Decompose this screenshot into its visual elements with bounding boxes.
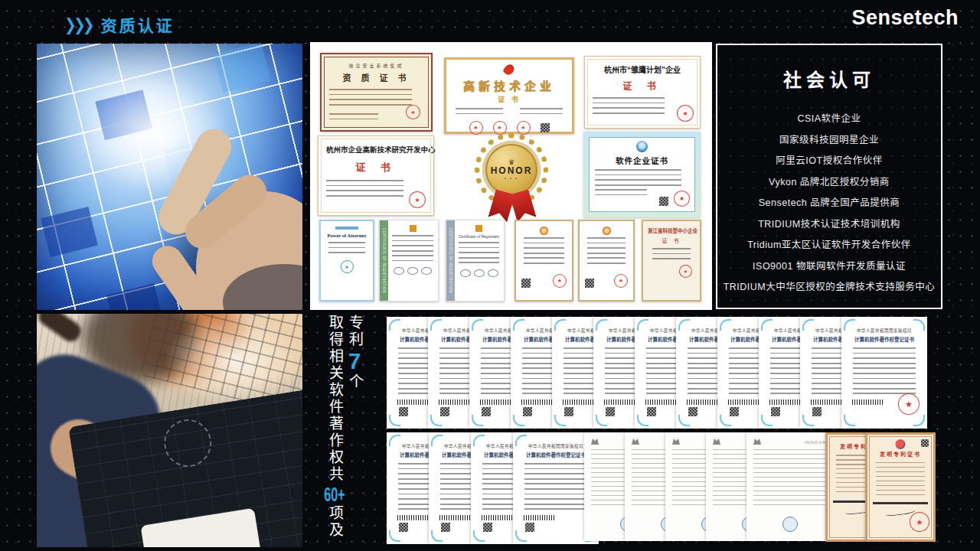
certificate-title: 计算机软件著作权登记证书 (519, 451, 593, 458)
gauge-icon (161, 416, 215, 471)
barcode (645, 399, 678, 405)
barcode (480, 399, 512, 405)
barcode (563, 399, 595, 405)
registrar-logo (410, 225, 416, 232)
crown-icon: ♛ (508, 159, 514, 165)
barcode (524, 515, 556, 520)
registrar-logo (475, 225, 482, 232)
certificate-title: 发明专利证书 (873, 450, 928, 458)
page-title: 资质认证 (101, 13, 175, 36)
social-recognition-panel: 社会认可 CSIA软件企业 国家级科技园明星企业 阿里云IOT授权合作伙伴 Vy… (716, 44, 942, 309)
certificate-title: 杭州市“雏鹰计划”企业 (593, 64, 692, 75)
medal-label: HONOR (491, 165, 533, 176)
slide-header: ❯❯❯ 资质认证 (64, 13, 175, 36)
red-seal-icon: ★ (406, 105, 420, 119)
certificate-title: 资 质 证 书 (329, 71, 423, 83)
honor-medal-icon: ♛ HONOR • • • (459, 132, 567, 222)
certificate-title: Power of Attorney (325, 233, 368, 238)
accreditation-seals (459, 269, 499, 277)
barcode (604, 399, 636, 405)
certificate-header: 信息安全系统集成 (329, 62, 423, 69)
certificate-title: 高新技术企业 (456, 77, 563, 93)
certificate-authority: 中华人民共和国国家版权局 (848, 328, 921, 334)
hightech-enterprise-certificate: 高新技术企业 证 书 ★ ★ ★ (444, 57, 574, 134)
iso-registration-certificate: CERTIFICATE OF REGISTRATION Certificate … (446, 220, 505, 302)
caption-patents: 专利7个 (345, 315, 364, 546)
national-emblem-icon (603, 227, 611, 235)
chevrons-icon: ❯❯❯ (64, 15, 92, 34)
certificate-band-label: CERTIFICATE OF REGISTRATION (380, 220, 388, 301)
panel-title: 社会认可 (717, 65, 941, 92)
certificate-subtitle: 证 书 (456, 94, 563, 104)
list-item: Vykon 品牌北区授权分销商 (717, 172, 941, 194)
barcode (687, 399, 719, 405)
barcode (397, 515, 430, 520)
national-emblem-icon (540, 227, 548, 235)
red-seal-icon: ★ (553, 274, 567, 288)
certificate-title: 软件企业证书 (595, 155, 689, 166)
barcode (439, 515, 472, 520)
red-seal-icon: ★ (677, 105, 694, 122)
csia-logo-icon (636, 141, 648, 152)
red-seal-icon: ★ (679, 265, 692, 278)
barcode (769, 399, 802, 405)
qr-code (921, 439, 929, 447)
barcode (728, 399, 760, 405)
barcode (852, 399, 884, 405)
certificate-subtitle: 证 书 (593, 79, 692, 92)
certificate-label: INNOVA (753, 440, 826, 445)
teal-seal-icon: ★ (341, 260, 354, 273)
registration-certificate: ★ (514, 220, 573, 302)
list-item: TRIDIUM大中华区授权的金牌技术支持服务中心 (717, 277, 941, 298)
photo-workspace-desk (37, 314, 302, 547)
list-item: Tridium亚太区认证软件开发合作伙伴 (717, 235, 941, 256)
qr-code (659, 197, 668, 206)
list-item: 阿里云IOT授权合作伙伴 (717, 151, 941, 172)
barcode (439, 399, 471, 405)
barcode (521, 399, 554, 405)
registration-certificate: ★ (578, 220, 635, 302)
red-seal-icon: ★ (614, 274, 628, 288)
list-item: TRIDIUM技术认证技术培训机构 (717, 214, 941, 236)
divider (873, 502, 928, 504)
cnipa-logo-icon (896, 439, 906, 449)
qualification-certificate: 信息安全系统集成 资 质 证 书 ★ (320, 53, 433, 132)
copyright-count: 60+ (324, 483, 345, 505)
patent-count: 7 (342, 348, 367, 373)
certificate-authority: 中华人民共和国国家版权局 (519, 443, 593, 449)
software-enterprise-certificate: 软件企业证书 ★ (583, 132, 701, 217)
certificate-band-label: CERTIFICATE OF REGISTRATION (446, 220, 455, 301)
certificate-title: 浙江省科技型中小企业 (648, 227, 695, 234)
certificate-subtitle: 证 书 (326, 159, 426, 174)
copyright-certificates-row: 中华人民共和国国家版权局 计算机软件著作权登记证书 中华人民共和国国家版权局 计… (387, 317, 927, 430)
accreditation-seals (392, 267, 433, 275)
power-of-attorney-certificate: Power of Attorney ★ (319, 220, 374, 302)
brand-logo: Sensetech (851, 6, 959, 30)
red-seal-icon: ★ (674, 191, 690, 207)
barcode (397, 399, 430, 405)
certificate-subtitle: 证 书 (648, 236, 695, 244)
eagle-plan-certificate: 杭州市“雏鹰计划”企业 证 书 ★ (584, 56, 701, 129)
certificate-title: 杭州市企业高新技术研究开发中心 (326, 144, 426, 155)
barcode (811, 399, 843, 405)
red-seal-icon: ★ (409, 191, 426, 208)
red-seal-icon: ★ (910, 512, 929, 532)
list-item: Sensetech 品牌全国产品提供商 (717, 193, 941, 214)
certificates-panel: 信息安全系统集成 资 质 证 书 ★ 高新技术企业 证 书 ★ ★ ★ 杭州市“… (310, 42, 712, 310)
list-item: 国家级科技园明星企业 (717, 130, 941, 152)
blue-seal-icon (782, 517, 798, 532)
qr-code (585, 279, 594, 288)
software-copyright-certificate: 中华人民共和国国家版权局 计算机软件著作权登记证书 ★ (841, 317, 927, 429)
certificate-title: Certificate of Registration (459, 234, 499, 239)
recognition-list: CSIA软件企业 国家级科技园明星企业 阿里云IOT授权合作伙伴 Vykon 品… (717, 109, 941, 298)
list-item: ISO9001 物联网软件开发质量认证 (717, 256, 941, 278)
patent-certificates-row: 中华人民共和国国家版权局 计算机软件著作权登记证书 中华人民共和国国家版权局 计… (387, 432, 936, 544)
innovation-patent-certificate: INNOVA (746, 432, 833, 541)
company-logo (335, 227, 359, 230)
iso-registration-certificate: CERTIFICATE OF REGISTRATION (379, 220, 439, 302)
barcode (482, 515, 514, 520)
photo-touchscreen-wall (37, 44, 302, 310)
red-seal-icon: ★ (898, 393, 920, 415)
patents-caption: 取得相关软件著作权共60+项及 专利7个 (325, 315, 369, 546)
flame-icon (502, 63, 516, 77)
